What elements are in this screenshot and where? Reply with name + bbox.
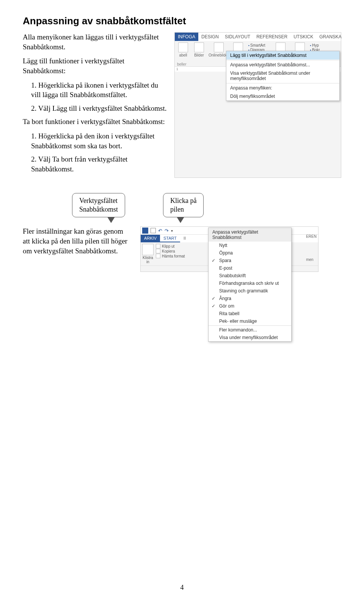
paste-icon — [142, 244, 154, 255]
group-bilder[interactable]: Bilder — [191, 42, 207, 57]
right-frag-2: men — [306, 258, 317, 262]
remove-step-1: 1. Högerklicka på den ikon i verktygsfäl… — [31, 131, 168, 151]
qat-item-angra[interactable]: Ångra — [209, 295, 291, 302]
context-menu: Lägg till i verktygsfältet Snabbåtkomst … — [226, 51, 340, 101]
qat-menu-title: Anpassa verktygsfältet Snabbåtkomst — [209, 228, 291, 242]
ribbon-screenshot-1: INFOGA DESIGN SIDLAYOUT REFERENSER UTSKI… — [174, 32, 341, 178]
onlinepictures-icon — [214, 42, 224, 52]
qat-item-pekmus[interactable]: Pek- eller musläge — [209, 317, 291, 325]
copy-icon — [156, 249, 160, 253]
ribbon-screenshot-2: ↶ ↷ ▾ ARKIV START II Klistra in Klipp ut… — [140, 226, 318, 272]
copy-item[interactable]: Kopiera — [156, 249, 185, 253]
formatpainter-icon — [156, 254, 160, 258]
qat-item-oppna[interactable]: Öppna — [209, 249, 291, 257]
remove-step-2: 2. Välj Ta bort från verktygsfältet Snab… — [31, 154, 168, 174]
qat-item-snabbutskrift[interactable]: Snabbutskrift — [209, 272, 291, 280]
pictures-icon — [194, 42, 204, 52]
qat-item-ritatabell[interactable]: Rita tabell — [209, 310, 291, 317]
tab-arkiv[interactable]: ARKIV — [141, 235, 160, 242]
qat-undo-icon[interactable]: ↶ — [158, 228, 162, 234]
ribbon1-tabs: INFOGA DESIGN SIDLAYOUT REFERENSER UTSKI… — [175, 33, 341, 41]
qat-item-nytt[interactable]: Nytt — [209, 242, 291, 249]
ctx-customize-ribbon[interactable]: Anpassa menyfliken: — [226, 84, 339, 92]
tab-utskick[interactable]: UTSKICK — [290, 33, 316, 41]
tab-infoga[interactable]: INFOGA — [175, 33, 198, 41]
right-frag-1: EREN — [306, 234, 317, 239]
tab-design[interactable]: DESIGN — [198, 33, 222, 41]
formatpainter-item[interactable]: Hämta format — [156, 254, 185, 258]
callout-arrow-text: Klicka på pilen — [170, 197, 196, 213]
group-tabell[interactable]: abell — [176, 42, 191, 57]
page-heading: Anpassning av snabbåtkomstfältet — [23, 15, 341, 27]
qat-item-forhandsgranska[interactable]: Förhandsgranska och skriv ut — [209, 280, 291, 287]
tab-fragment[interactable]: II — [180, 235, 189, 242]
callout-arrow: Klicka på pilen — [163, 193, 204, 218]
remove-heading: Ta bort funktioner i verktygsfältet Snab… — [23, 117, 168, 127]
qat-item-epost[interactable]: E-post — [209, 264, 291, 272]
qat-item-spara[interactable]: Spara — [209, 257, 291, 264]
qat-item-gorom[interactable]: Gör om — [209, 302, 291, 310]
cut-label: Klipp ut — [162, 244, 174, 248]
qat-item-stavning[interactable]: Stavning och grammatik — [209, 287, 291, 295]
ruler-mark: 1 — [176, 67, 178, 71]
group-tabell-label: abell — [179, 53, 187, 57]
ctx-show-below-ribbon[interactable]: Visa verktygsfältet Snabbåtkomst under m… — [226, 69, 339, 83]
intro-text: Alla menyikoner kan läggas till i verkty… — [23, 32, 168, 52]
paste-button[interactable]: Klistra in — [142, 244, 154, 264]
clipboard-items: Klipp ut Kopiera Hämta format — [156, 244, 185, 264]
ctx-collapse-ribbon[interactable]: Dölj menyfliksområdet — [226, 92, 339, 100]
cut-item[interactable]: Klipp ut — [156, 244, 185, 248]
callout-qat-text: Verktygsfältet Snabbåtkomst — [79, 197, 118, 213]
add-heading: Lägg till funktioner i verktygsfältet Sn… — [23, 56, 168, 75]
tab-referenser[interactable]: REFERENSER — [253, 33, 290, 41]
cut-icon — [156, 244, 160, 248]
qat-dropdown-icon[interactable]: ▾ — [171, 229, 173, 233]
qat-item-visaunder[interactable]: Visa under menyfliksområdet — [209, 334, 291, 341]
qat-item-flerkommandon[interactable]: Fler kommandon... — [209, 326, 291, 334]
qat-redo-icon[interactable]: ↷ — [165, 228, 169, 234]
word-icon — [142, 228, 148, 234]
ctx-customize-qat[interactable]: Anpassa verktygsfältet Snabbåtkomst... — [226, 61, 339, 69]
tab-sidlayout[interactable]: SIDLAYOUT — [222, 33, 253, 41]
more-settings-text: Fler inställningar kan göras genom att k… — [23, 226, 129, 272]
add-step-1: 1. Högerklicka på ikonen i verktygsfälte… — [31, 80, 168, 100]
page-number: 4 — [180, 584, 184, 592]
table-icon — [178, 42, 188, 52]
copy-label: Kopiera — [162, 249, 175, 253]
formatpainter-label: Hämta format — [162, 254, 185, 258]
hyperlink-item[interactable]: Hyp — [310, 43, 320, 47]
paste-label: Klistra in — [143, 256, 153, 264]
ctx-add-to-qat[interactable]: Lägg till i verktygsfältet Snabbåtkomst — [226, 51, 339, 60]
add-step-2: 2. Välj Lägg till i verktygsfältet Snabb… — [31, 104, 168, 113]
group-bilder-label: Bilder — [194, 53, 204, 57]
tab-start[interactable]: START — [160, 235, 180, 242]
tab-granska[interactable]: GRANSKA — [316, 33, 345, 41]
right-fragment: EREN men — [306, 234, 317, 262]
smartart-item[interactable]: SmartArt — [248, 43, 267, 47]
qat-save-icon[interactable] — [151, 228, 156, 233]
callout-qat: Verktygsfältet Snabbåtkomst — [72, 193, 125, 218]
qat-customize-menu: Anpassa verktygsfältet Snabbåtkomst Nytt… — [208, 228, 292, 342]
